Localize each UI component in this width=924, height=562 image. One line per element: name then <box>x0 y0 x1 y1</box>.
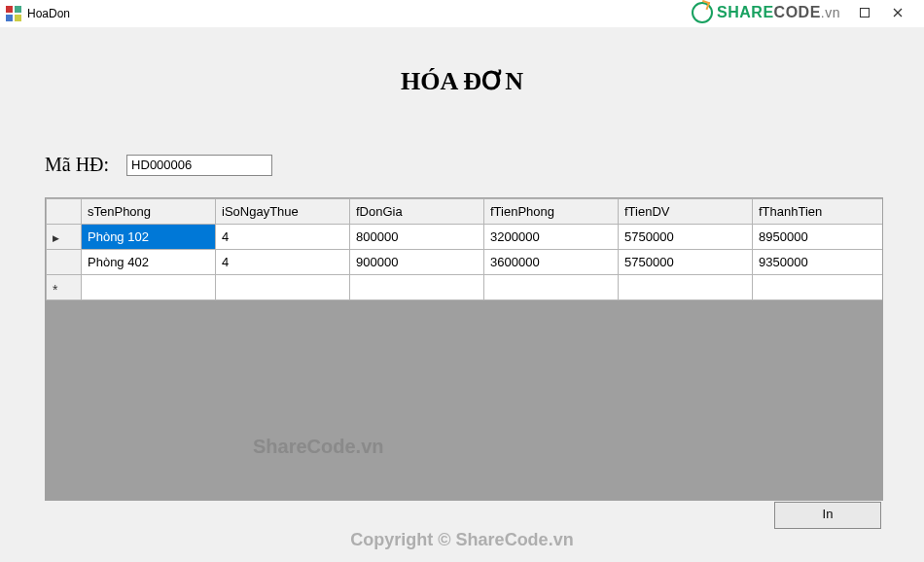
cell[interactable]: 9350000 <box>753 250 884 275</box>
sharecode-glyph-icon <box>692 2 713 23</box>
maximize-button[interactable] <box>848 2 881 23</box>
col-fThanhTien[interactable]: fThanhTien <box>753 199 884 225</box>
client-area: HÓA ĐƠN Mã HĐ: sTenPhon <box>0 27 924 562</box>
print-button[interactable]: In <box>774 502 881 529</box>
invoice-id-label: Mã HĐ: <box>45 154 109 176</box>
col-iSoNgayThue[interactable]: iSoNgayThue <box>216 199 350 225</box>
row-indicator <box>47 250 82 275</box>
col-fTienDV[interactable]: fTienDV <box>619 199 753 225</box>
svg-rect-0 <box>861 9 870 18</box>
watermark-bottom: Copyright © ShareCode.vn <box>0 530 924 550</box>
cell[interactable]: Phòng 102 <box>82 225 216 250</box>
newrow-indicator-icon <box>47 275 82 300</box>
header-row: sTenPhong iSoNgayThue fDonGia fTienPhong… <box>47 199 884 225</box>
cell[interactable] <box>216 275 350 300</box>
page-title: HÓA ĐƠN <box>0 27 924 96</box>
table-row[interactable]: Phòng 102 4 800000 3200000 5750000 89500… <box>47 225 884 250</box>
cell[interactable]: 5750000 <box>619 250 753 275</box>
table-row[interactable]: Phòng 402 4 900000 3600000 5750000 93500… <box>47 250 884 275</box>
titlebar: HoaDon SHARECODE.vn <box>0 0 924 28</box>
cell[interactable] <box>350 275 484 300</box>
row-indicator-icon <box>47 225 82 250</box>
cell[interactable]: 3200000 <box>484 225 619 250</box>
cell[interactable] <box>484 275 619 300</box>
datagrid[interactable]: sTenPhong iSoNgayThue fDonGia fTienPhong… <box>45 197 883 501</box>
cell[interactable]: Phòng 402 <box>82 250 216 275</box>
cell[interactable]: 3600000 <box>484 250 619 275</box>
app-icon <box>6 6 21 21</box>
corner-cell <box>47 199 82 225</box>
col-fTienPhong[interactable]: fTienPhong <box>484 199 619 225</box>
close-button[interactable] <box>881 2 914 23</box>
cell[interactable]: 4 <box>216 225 350 250</box>
cell[interactable] <box>82 275 216 300</box>
invoice-id-row: Mã HĐ: <box>45 154 272 176</box>
cell[interactable]: 5750000 <box>619 225 753 250</box>
cell[interactable]: 900000 <box>350 250 484 275</box>
cell[interactable] <box>619 275 753 300</box>
cell[interactable] <box>753 275 884 300</box>
sharecode-logo: SHARECODE.vn <box>692 2 840 23</box>
cell[interactable]: 4 <box>216 250 350 275</box>
col-fDonGia[interactable]: fDonGia <box>350 199 484 225</box>
new-row[interactable] <box>47 275 884 300</box>
window-title: HoaDon <box>27 7 70 20</box>
col-sTenPhong[interactable]: sTenPhong <box>82 199 216 225</box>
cell[interactable]: 800000 <box>350 225 484 250</box>
invoice-id-input[interactable] <box>126 155 272 176</box>
cell[interactable]: 8950000 <box>753 225 884 250</box>
